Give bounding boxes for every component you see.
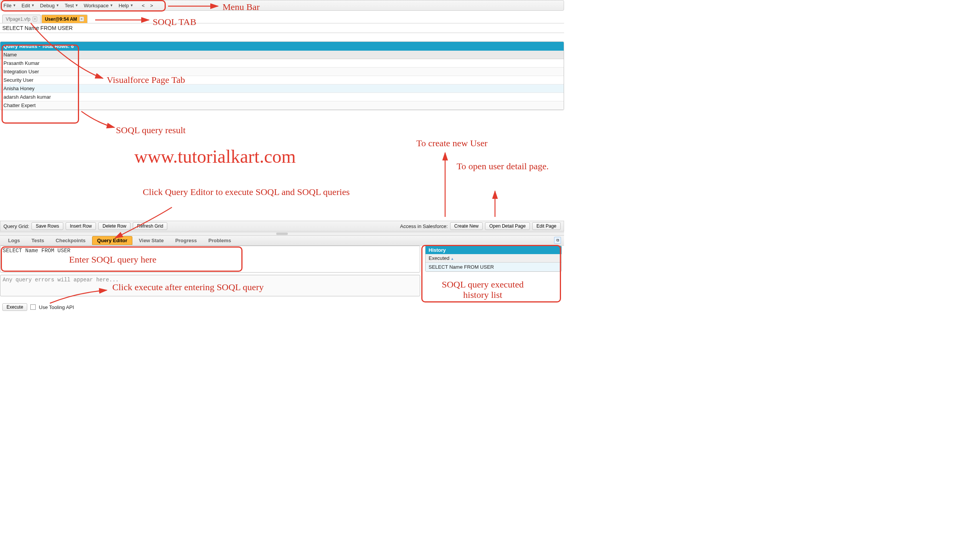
query-results-panel: Query Results - Total Rows: 6 Name Prasa…: [0, 41, 564, 110]
anno-open-detail: To open user detail page.: [449, 161, 556, 172]
chevron-down-icon: ▼: [130, 3, 134, 7]
menu-edit[interactable]: Edit▼: [21, 3, 35, 8]
access-salesforce-label: Access in Salesforce:: [400, 223, 448, 229]
chevron-down-icon: ▼: [56, 3, 59, 7]
history-title: History: [426, 246, 561, 254]
menu-file[interactable]: File▼: [3, 3, 16, 8]
history-row[interactable]: SELECT Name FROM USER: [426, 263, 561, 271]
chevron-down-icon: ▼: [31, 3, 35, 7]
history-column-header[interactable]: Executed▲: [426, 254, 561, 263]
tab-vfpage[interactable]: Vfpage1.vfp ×: [2, 15, 41, 23]
tab-tests[interactable]: Tests: [26, 236, 49, 245]
anno-soql-tab: SOQL TAB: [153, 17, 196, 27]
tab-soql-user[interactable]: User@9:54 AM ×: [41, 15, 87, 23]
grid-toolbar: Query Grid: Save Rows Insert Row Delete …: [0, 221, 564, 231]
close-icon[interactable]: ×: [33, 17, 37, 21]
save-rows-button[interactable]: Save Rows: [31, 222, 63, 230]
results-header: Query Results - Total Rows: 6: [0, 42, 564, 51]
tab-logs[interactable]: Logs: [3, 236, 25, 245]
watermark-text: www.tutorialkart.com: [134, 146, 296, 167]
query-grid-label: Query Grid:: [3, 223, 29, 229]
sort-asc-icon: ▲: [450, 257, 454, 261]
delete-row-button[interactable]: Delete Row: [98, 222, 130, 230]
chevron-down-icon: ▼: [13, 3, 16, 7]
anno-create-new: To create new User: [416, 138, 488, 149]
table-row[interactable]: Chatter Expert: [0, 101, 564, 110]
refresh-grid-button[interactable]: Refresh Grid: [133, 222, 167, 230]
anno-soql-result: SOQL query result: [116, 125, 186, 136]
tab-label: Vfpage1.vfp: [6, 17, 30, 22]
results-grid: Name Prasanth Kumar Integration User Sec…: [0, 51, 564, 110]
anno-history: SOQL query executed history list: [429, 279, 536, 300]
chevron-down-icon: ▼: [75, 3, 78, 7]
menu-help[interactable]: Help▼: [119, 3, 134, 8]
lower-tabs: Logs Tests Checkpoints Query Editor View…: [0, 236, 564, 246]
create-new-button[interactable]: Create New: [450, 222, 483, 230]
tab-problems[interactable]: Problems: [203, 236, 236, 245]
anno-query-editor: Click Query Editor to execute SOQL and S…: [143, 187, 350, 197]
table-row[interactable]: Security User: [0, 76, 564, 84]
column-header[interactable]: Name: [0, 51, 564, 59]
menu-test[interactable]: Test▼: [64, 3, 78, 8]
expand-icon[interactable]: ⧉: [554, 237, 561, 244]
tab-view-state[interactable]: View State: [134, 236, 169, 245]
table-row[interactable]: Anisha Honey: [0, 84, 564, 93]
anno-vf-tab: Visualforce Page Tab: [107, 75, 185, 85]
document-tabs: Vfpage1.vfp × User@9:54 AM ×: [0, 13, 564, 23]
menu-workspace[interactable]: Workspace▼: [84, 3, 113, 8]
tooling-api-label: Use Tooling API: [39, 304, 74, 310]
tab-query-editor[interactable]: Query Editor: [92, 236, 132, 245]
query-display: SELECT Name FROM USER: [0, 23, 564, 33]
tab-progress[interactable]: Progress: [170, 236, 202, 245]
tooling-api-checkbox[interactable]: [30, 304, 36, 310]
execute-button[interactable]: Execute: [2, 303, 27, 311]
edit-page-button[interactable]: Edit Page: [532, 222, 561, 230]
anno-enter-query: Enter SOQL query here: [69, 254, 157, 265]
soql-query-input[interactable]: SELECT Name FROM USER: [0, 246, 420, 273]
menu-debug[interactable]: Debug▼: [40, 3, 59, 8]
nav-prev[interactable]: <: [142, 3, 145, 8]
chevron-down-icon: ▼: [110, 3, 113, 7]
insert-row-button[interactable]: Insert Row: [66, 222, 96, 230]
close-icon[interactable]: ×: [79, 17, 84, 21]
tab-label: User@9:54 AM: [45, 17, 77, 22]
table-row[interactable]: Integration User: [0, 68, 564, 76]
table-row[interactable]: Prasanth Kumar: [0, 59, 564, 68]
menu-bar: File▼ Edit▼ Debug▼ Test▼ Workspace▼ Help…: [0, 0, 564, 11]
splitter-handle[interactable]: [0, 232, 564, 236]
execute-bar: Execute Use Tooling API: [0, 302, 564, 312]
anno-click-execute: Click execute after entering SOQL query: [111, 282, 265, 292]
anno-menu-bar: Menu Bar: [223, 2, 260, 12]
tab-checkpoints[interactable]: Checkpoints: [51, 236, 91, 245]
history-panel: History Executed▲ SELECT Name FROM USER: [425, 246, 562, 272]
nav-next[interactable]: >: [150, 3, 153, 8]
table-row[interactable]: adarsh Adarsh kumar: [0, 93, 564, 101]
open-detail-button[interactable]: Open Detail Page: [485, 222, 530, 230]
